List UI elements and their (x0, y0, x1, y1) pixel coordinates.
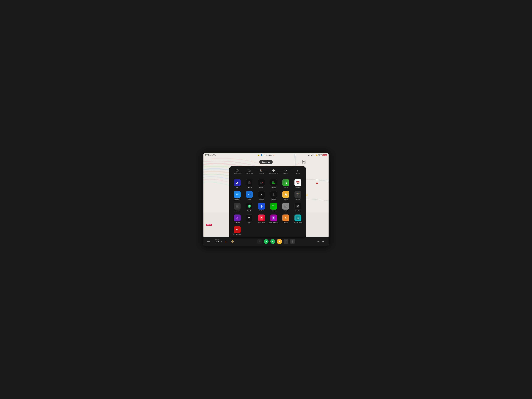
customize-button[interactable]: Customize (259, 160, 272, 164)
svg-point-56 (273, 194, 274, 194)
app-energy[interactable]: Energy (268, 178, 279, 189)
app-tidal[interactable]: TIDAL (244, 214, 255, 224)
svg-text:Z: Z (248, 193, 249, 195)
quick-control-wipers[interactable]: Wipers (293, 169, 302, 174)
app-browser[interactable]: Browser (292, 190, 304, 201)
app-amazon-music[interactable]: amazonmusic Amazon Music (292, 214, 304, 224)
phone-icon-wrap (282, 179, 289, 186)
seat-heat-icon (224, 240, 228, 243)
toybox-label: Toybox (284, 198, 288, 200)
arcade-icon-wrap (270, 191, 277, 198)
app-radio[interactable]: Radio (280, 202, 291, 213)
svg-rect-91 (260, 216, 263, 220)
apple-music-label: Apple Music (258, 222, 265, 223)
camera-tb-icon (258, 240, 261, 243)
app-phone[interactable]: Phone (280, 178, 291, 189)
app-bluetooth[interactable]: Bluetooth (256, 202, 267, 213)
svg-rect-104 (207, 242, 208, 242)
svg-point-28 (250, 182, 251, 182)
quick-control-heated-steering[interactable]: Heated Steering (269, 169, 278, 174)
app-apple-podcasts[interactable]: Apple Podcasts (268, 214, 279, 224)
battery-area: 10 % (205, 154, 213, 156)
left-seat-icon (260, 169, 263, 172)
battery-fill (205, 154, 206, 156)
phone-tb-icon (265, 240, 267, 243)
temp-value: 77 (215, 241, 219, 244)
taskbar-camera-btn[interactable] (257, 239, 262, 244)
app-arcade[interactable]: Arcade (268, 190, 279, 201)
app-manual[interactable]: Manual (231, 202, 243, 213)
volume-icon (322, 240, 325, 243)
skip-back-btn[interactable]: ⏮ (317, 240, 319, 243)
liveone-icon-wrap (294, 203, 301, 209)
svg-rect-38 (296, 182, 299, 182)
taskbar-volume-btn[interactable] (321, 239, 326, 244)
svg-rect-70 (236, 207, 237, 207)
app-camera[interactable]: Camera (244, 178, 255, 189)
taskbar-spotify-btn[interactable] (270, 239, 275, 244)
app-tunein[interactable]: TuneIn TuneIn (268, 202, 279, 213)
svg-rect-74 (274, 206, 274, 207)
app-audible[interactable]: A Audible (280, 214, 291, 224)
messages-icon-wrap (234, 191, 241, 198)
app-messages[interactable]: Messages (231, 190, 243, 201)
app-youtube-music[interactable]: YouTube Music (231, 225, 243, 236)
quick-controls: Front Defrost Rear Defrost (231, 169, 304, 176)
app-grid: Nav Camera Dashcam (231, 177, 304, 236)
svg-point-79 (286, 206, 287, 207)
rear-defrost-label: Rear Defrost (246, 173, 253, 174)
svg-marker-35 (274, 181, 275, 183)
svg-marker-90 (248, 217, 250, 218)
app-zoom[interactable]: Z Zoom (244, 190, 255, 201)
browser-label: Browser (295, 198, 300, 200)
temperature-control: Manual 77 (215, 239, 219, 244)
app-apple-music[interactable]: Apple Music (256, 214, 267, 224)
arcade-label: Arcade (272, 198, 276, 200)
open-trunk-button[interactable]: OpenTrunk (302, 160, 306, 164)
quick-control-rear-defrost[interactable]: Rear Defrost (245, 169, 254, 174)
temp-down-chevron[interactable]: ‹ (213, 240, 213, 243)
taskbar-close-btn[interactable] (284, 239, 288, 244)
app-liveone[interactable]: LiveOne (292, 202, 304, 213)
heated-steering-icon (272, 169, 275, 172)
easy-entry-label[interactable]: Easy Entry (264, 154, 272, 156)
dashcam-icon-wrap (258, 179, 265, 186)
svg-rect-105 (209, 242, 209, 242)
app-calendar[interactable]: 16 Calendar (292, 178, 304, 189)
svg-point-10 (285, 170, 286, 171)
open-trunk-label: OpenTrunk (302, 160, 306, 164)
radio-label: Radio (284, 210, 287, 212)
spotify-label: Spotify (247, 210, 251, 212)
quick-control-left-seat[interactable]: Left Seat (257, 169, 266, 174)
taskbar-seat-heat-icon[interactable] (223, 239, 228, 244)
app-caraoke[interactable]: Caraoke (231, 214, 243, 224)
front-defrost-icon (235, 169, 239, 172)
svg-rect-64 (297, 195, 299, 195)
taskbar-toybox-btn[interactable] (277, 239, 282, 244)
svg-point-86 (237, 216, 238, 218)
toybox-icon-wrap (282, 191, 289, 198)
quick-control-climate[interactable]: Climate (281, 169, 290, 174)
app-toybox[interactable]: Toybox (280, 190, 291, 201)
zoom-label: Zoom (248, 198, 251, 200)
temp-up-chevron[interactable]: › (221, 240, 222, 243)
quick-control-front-defrost[interactable]: Front Defrost (233, 169, 242, 174)
app-dashcam[interactable]: Dashcam (256, 178, 267, 189)
svg-rect-42 (236, 193, 239, 195)
spotify-tb-icon (271, 240, 274, 243)
svg-rect-115 (259, 241, 260, 242)
nav-arrow: ▲ (315, 181, 318, 184)
taskbar-phone-btn[interactable] (264, 239, 268, 244)
taskbar-car-icon[interactable] (206, 239, 211, 244)
zoom-icon-wrap: Z (246, 191, 253, 198)
camera-icon-wrap (246, 179, 253, 186)
taskbar-manual-btn[interactable] (290, 239, 295, 244)
app-spotify[interactable]: Spotify (244, 202, 255, 213)
svg-rect-33 (272, 183, 275, 184)
app-nav[interactable]: Nav (231, 178, 243, 189)
nav-icon: ☰◎ (213, 154, 216, 156)
app-theater[interactable]: Theater (256, 190, 267, 201)
svg-point-62 (298, 193, 298, 194)
svg-point-61 (298, 193, 298, 194)
taskbar-heated-steering-icon[interactable] (230, 239, 235, 244)
